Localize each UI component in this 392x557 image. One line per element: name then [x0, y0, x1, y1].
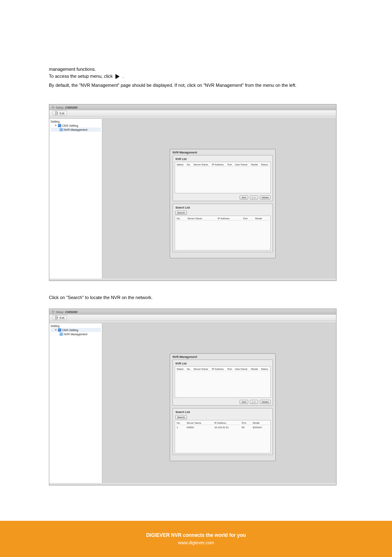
tree-leaf-item[interactable]: NVR Management	[51, 128, 101, 132]
col-model: Model	[250, 367, 259, 371]
scol-port: Port	[241, 421, 251, 425]
app-window-2: Setup CM5000 Exit Setting ▾ CMS Setting	[49, 309, 337, 485]
exit-button[interactable]: Exit	[53, 315, 67, 320]
app-name: CM5000	[65, 106, 77, 109]
nvr-buttons: Add Edit Delete	[175, 195, 271, 200]
folder-icon	[58, 124, 61, 127]
panel-title: NVR Management	[173, 355, 273, 358]
delete-button[interactable]: Delete	[260, 195, 271, 200]
main-area: NVR Management NVR List Select No. Serve…	[102, 119, 336, 278]
col-ip: IP Address	[211, 367, 226, 371]
cell-model: E5016H	[252, 426, 270, 429]
search-button[interactable]: Search	[175, 415, 187, 419]
cell-port: 80	[241, 426, 251, 429]
col-servername: Server Name	[193, 367, 210, 371]
col-status: Status	[260, 163, 270, 167]
tree-leaf-label: NVR Management	[64, 128, 88, 131]
nvr-list-table: Select No. Server Name IP Address Port U…	[175, 162, 271, 193]
nvr-list-fieldset: NVR List Select No. Server Name IP Addre…	[173, 360, 273, 406]
doc-paragraph-2: By default, the "NVR Management" page sh…	[49, 82, 337, 89]
nvr-mgmt-panel: NVR Management NVR List Select No. Serve…	[170, 353, 276, 461]
gear-icon	[51, 105, 55, 109]
play-triangle-icon	[115, 74, 120, 79]
edit-button[interactable]: Edit	[250, 195, 258, 200]
doc-line-2: To access the setup menu, click .	[49, 73, 124, 80]
tree-root-item[interactable]: Setting	[51, 324, 101, 328]
panel-title: NVR Management	[173, 151, 273, 154]
toolbar: Exit	[49, 110, 336, 116]
col-select: Select	[176, 163, 185, 167]
window-titlebar: Setup CM5000	[49, 104, 336, 110]
col-no: No.	[186, 367, 191, 371]
search-list-legend: Search List	[175, 206, 191, 209]
delete-button[interactable]: Delete	[260, 400, 271, 404]
col-status: Status	[260, 367, 270, 371]
window-footer-strip	[49, 278, 336, 281]
scol-ip: IP Address	[217, 217, 242, 220]
footer-line-2: www.digiever.com	[178, 540, 214, 546]
scol-ip: IP Address	[214, 421, 240, 425]
tree-leaf-item[interactable]: NVR Management	[51, 332, 101, 336]
exit-label: Exit	[60, 316, 65, 319]
tree-parent-item[interactable]: ▾ CMS Setting	[51, 328, 101, 332]
nvr-buttons: Add Edit Delete	[175, 399, 271, 404]
titlebar-label: Setup	[56, 106, 63, 109]
door-icon	[55, 316, 58, 319]
table-row[interactable]: 1 D5000 10.103.91.61 80 E5016H	[176, 426, 270, 429]
scol-model: Model	[252, 421, 270, 425]
app-name: CM5000	[65, 310, 77, 314]
folder-icon	[58, 328, 61, 332]
cell-no: 1	[176, 426, 185, 429]
app-window-1: Setup CM5000 Exit Setting ▾ CMS Setting	[49, 104, 337, 281]
tree-root-item[interactable]: Setting	[51, 120, 101, 123]
scol-servername: Server Name	[186, 421, 212, 425]
edit-button[interactable]: Edit	[250, 400, 258, 404]
tree-root: Setting ▾ CMS Setting NVR Management	[49, 119, 102, 132]
page-footer: DIGIEVER NVR connects the world for you …	[0, 521, 392, 557]
leaf-icon	[60, 332, 63, 336]
add-button[interactable]: Add	[240, 195, 248, 200]
sidebar-tree: Setting ▾ CMS Setting NVR Management	[49, 119, 102, 278]
col-username: User Name	[234, 163, 249, 167]
nvr-list-fieldset: NVR List Select No. Server Name IP Addre…	[173, 155, 273, 201]
search-list-legend: Search List	[175, 411, 191, 413]
col-ip: IP Address	[211, 163, 226, 167]
cell-servername: D5000	[186, 426, 212, 429]
exit-button[interactable]: Exit	[53, 111, 67, 116]
window-footer-strip	[49, 483, 336, 485]
tree-parent-item[interactable]: ▾ CMS Setting	[51, 123, 101, 128]
footer-line-1: DIGIEVER NVR connects the world for you	[146, 532, 246, 539]
scol-model: Model	[254, 217, 270, 220]
tree-root: Setting ▾ CMS Setting NVR Management	[49, 323, 102, 337]
col-username: User Name	[234, 367, 249, 371]
search-button[interactable]: Search	[175, 211, 187, 215]
doc-line-2b: .	[122, 74, 124, 79]
search-list-fieldset: Search List Search No. Server Name IP Ad…	[173, 204, 273, 252]
col-port: Port	[226, 163, 233, 167]
col-select: Select	[176, 367, 185, 371]
scol-no: No.	[176, 217, 186, 220]
col-no: No.	[186, 163, 191, 167]
doc-paragraph-1: management functions.	[49, 66, 96, 73]
titlebar-label: Setup	[56, 311, 63, 313]
main-area: NVR Management NVR List Select No. Serve…	[102, 323, 336, 483]
tree-parent-label: CMS Setting	[62, 329, 78, 332]
nvr-list-table: Select No. Server Name IP Address Port U…	[175, 366, 271, 398]
gear-icon	[51, 310, 55, 314]
col-port: Port	[226, 367, 233, 371]
add-button[interactable]: Add	[240, 400, 248, 404]
tree-expand-icon[interactable]: ▾	[55, 124, 57, 127]
tree-root-label: Setting	[51, 120, 60, 123]
sidebar-tree: Setting ▾ CMS Setting NVR Management	[49, 323, 102, 483]
cell-ip: 10.103.91.61	[214, 426, 240, 429]
svg-point-0	[53, 107, 54, 108]
tree-expand-icon[interactable]: ▾	[55, 328, 57, 332]
doc-line-2a: To access the setup menu, click	[49, 74, 113, 79]
nvr-mgmt-panel: NVR Management NVR List Select No. Serve…	[170, 149, 276, 258]
doc-paragraph-3: Click on "Search" to locate the NVR on t…	[49, 294, 152, 301]
tree-leaf-label: NVR Management	[64, 333, 88, 336]
scol-no: No.	[176, 421, 185, 425]
nvr-list-legend: NVR List	[175, 158, 187, 160]
door-icon	[55, 111, 58, 115]
scol-servername: Server Name	[187, 217, 216, 220]
